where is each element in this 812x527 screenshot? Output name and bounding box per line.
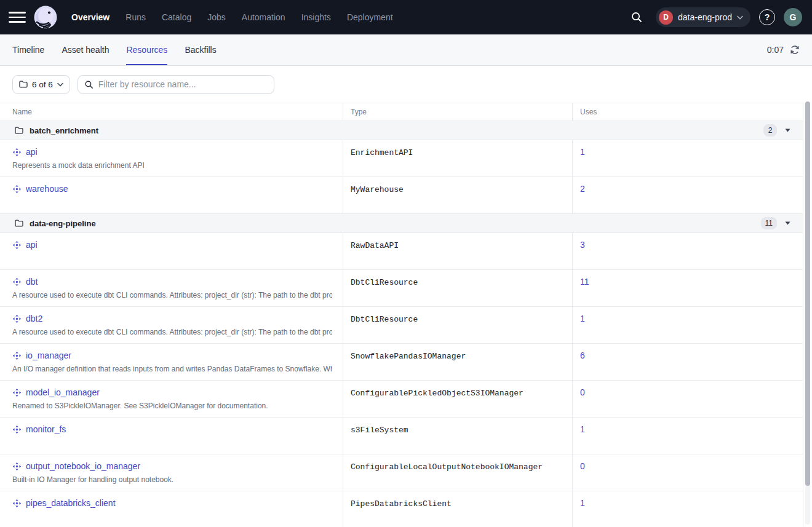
resource-name-link[interactable]: warehouse (26, 184, 68, 194)
resource-type: SnowflakePandasIOManager (351, 352, 466, 361)
group-count-badge: 11 (761, 217, 777, 229)
resource-icon (12, 184, 22, 194)
vertical-scrollbar (805, 101, 810, 525)
dagster-logo-icon[interactable] (33, 5, 58, 30)
resource-icon (12, 462, 22, 471)
resource-uses-link[interactable]: 6 (580, 351, 585, 360)
resource-icon (12, 499, 22, 508)
resource-row: monitor_fss3FileSystem1 (0, 418, 803, 454)
resource-uses-link[interactable]: 3 (580, 240, 585, 250)
column-header-uses: Uses (572, 103, 803, 121)
resource-uses-link[interactable]: 0 (580, 461, 585, 471)
resource-icon (12, 425, 22, 434)
resource-name-link[interactable]: monitor_fs (26, 424, 66, 434)
resource-type: ConfigurablePickledObjectS3IOManager (351, 389, 523, 398)
chevron-down-icon (57, 82, 63, 87)
resource-description: An I/O manager definition that reads inp… (12, 364, 332, 374)
tab-bar: Timeline Asset health Resources Backfill… (0, 34, 812, 66)
code-location-filter-label: 6 of 6 (32, 80, 53, 89)
chevron-down-icon (737, 15, 743, 20)
resource-name-link[interactable]: model_io_manager (26, 387, 100, 397)
scrollbar-thumb[interactable] (805, 101, 810, 486)
resource-icon (12, 314, 22, 323)
workspace-switcher[interactable]: D data-eng-prod (656, 7, 750, 27)
folder-icon (15, 127, 23, 134)
help-icon[interactable]: ? (759, 9, 775, 25)
resource-row: apiRepresents a mock data enrichment API… (0, 140, 803, 177)
resource-name-link[interactable]: io_manager (26, 351, 71, 360)
user-avatar[interactable]: G (784, 8, 802, 26)
resource-uses-link[interactable]: 1 (580, 147, 585, 157)
nav-item-insights[interactable]: Insights (301, 12, 331, 22)
resource-group-row[interactable]: data-eng-pipeline11 (0, 214, 803, 233)
resource-name-link[interactable]: output_notebook_io_manager (26, 461, 140, 471)
resource-uses-link[interactable]: 11 (580, 277, 589, 287)
resource-description: Built-in IO Manager for handling output … (12, 475, 332, 485)
resource-name-link[interactable]: dbt2 (26, 314, 42, 323)
collapse-caret-icon[interactable] (785, 221, 790, 225)
search-icon (84, 80, 94, 89)
resource-uses-link[interactable]: 2 (580, 184, 585, 194)
resource-name-link[interactable]: api (26, 240, 38, 250)
resource-uses-link[interactable]: 1 (580, 498, 585, 508)
resource-description: Renamed to S3PickleIOManager. See S3Pick… (12, 401, 332, 411)
code-location-filter-dropdown[interactable]: 6 of 6 (12, 75, 70, 94)
menu-icon[interactable] (9, 9, 26, 26)
resource-uses-link[interactable]: 0 (580, 387, 585, 397)
tab-resources[interactable]: Resources (126, 34, 167, 65)
workspace-initial-badge: D (659, 10, 673, 25)
resource-type: PipesDatabricksClient (351, 499, 452, 509)
tab-asset-health[interactable]: Asset health (62, 34, 109, 65)
resource-row: model_io_managerRenamed to S3PickleIOMan… (0, 381, 803, 418)
group-count-badge: 2 (763, 124, 777, 137)
resource-icon (12, 277, 22, 287)
resources-table: Name Type Uses batch_enrichment2apiRepre… (0, 103, 803, 527)
nav-item-catalog[interactable]: Catalog (162, 12, 191, 22)
resource-icon (12, 351, 22, 360)
resource-row: pipes_databricks_clientPipesDatabricksCl… (0, 491, 803, 527)
tab-backfills[interactable]: Backfills (185, 34, 216, 65)
resource-search-box (78, 75, 274, 94)
nav-item-runs[interactable]: Runs (125, 12, 146, 22)
resource-type: EnrichmentAPI (351, 148, 413, 157)
resource-row: apiRawDataAPI3 (0, 233, 803, 270)
resource-description: Represents a mock data enrichment API (12, 160, 332, 170)
resource-name-link[interactable]: pipes_databricks_client (26, 498, 116, 508)
resource-row: io_managerAn I/O manager definition that… (0, 344, 803, 381)
nav-item-overview[interactable]: Overview (71, 12, 109, 22)
refresh-icon[interactable] (790, 45, 800, 55)
nav-item-jobs[interactable]: Jobs (207, 12, 226, 22)
table-body: batch_enrichment2apiRepresents a mock da… (0, 121, 803, 527)
resource-type: ConfigurableLocalOutputNotebookIOManager (351, 462, 543, 472)
resource-description: A resource used to execute dbt CLI comma… (12, 327, 332, 337)
column-header-type: Type (343, 103, 572, 121)
table-header-row: Name Type Uses (0, 103, 803, 121)
resource-type: DbtCliResource (351, 278, 418, 287)
resource-type: MyWarehouse (351, 185, 404, 194)
resource-uses-link[interactable]: 1 (580, 314, 585, 323)
resource-type: RawDataAPI (351, 241, 399, 250)
nav-item-deployment[interactable]: Deployment (347, 12, 393, 22)
resource-search-input[interactable] (98, 79, 268, 89)
group-name: data-eng-pipeline (30, 219, 96, 228)
resource-group-row[interactable]: batch_enrichment2 (0, 121, 803, 140)
nav-item-automation[interactable]: Automation (242, 12, 285, 22)
group-name: batch_enrichment (30, 126, 98, 135)
resource-type: s3FileSystem (351, 426, 408, 435)
resource-name-link[interactable]: api (26, 147, 38, 157)
collapse-caret-icon[interactable] (785, 129, 790, 132)
refresh-countdown: 0:07 (767, 45, 784, 55)
tab-timeline[interactable]: Timeline (12, 34, 44, 65)
workspace-name: data-eng-prod (678, 12, 732, 22)
resource-description: A resource used to execute dbt CLI comma… (12, 290, 332, 300)
resource-icon (12, 148, 22, 157)
resource-row: dbtA resource used to execute dbt CLI co… (0, 270, 803, 307)
top-navigation: Overview Runs Catalog Jobs Automation In… (0, 0, 812, 34)
resource-name-link[interactable]: dbt (26, 277, 38, 287)
resource-uses-link[interactable]: 1 (580, 424, 585, 434)
search-icon[interactable] (626, 7, 647, 28)
resource-icon (12, 240, 22, 250)
resource-icon (12, 388, 22, 397)
folder-icon (15, 220, 23, 227)
resource-row: output_notebook_io_managerBuilt-in IO Ma… (0, 454, 803, 491)
